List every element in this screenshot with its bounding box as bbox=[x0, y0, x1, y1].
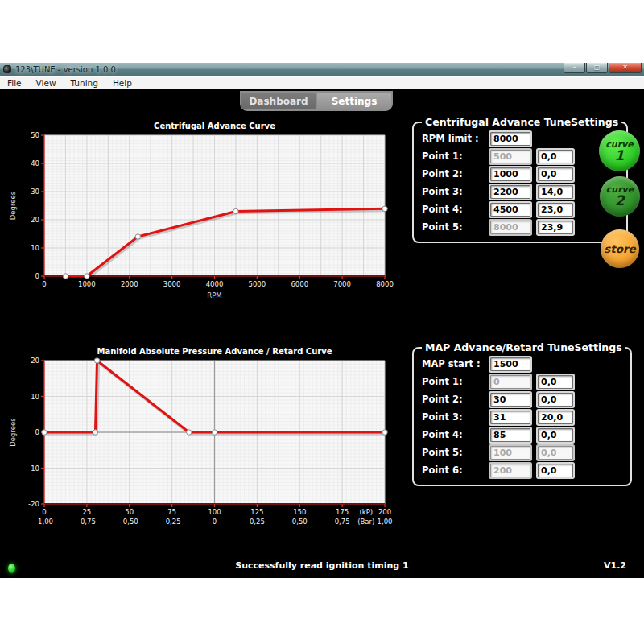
map-point-3-deg-input[interactable] bbox=[538, 411, 573, 424]
y-axis-label: Degrees bbox=[9, 191, 17, 220]
map-point-5-label: Point 5: bbox=[422, 447, 483, 458]
map-point-4-label: Point 4: bbox=[422, 429, 483, 440]
y-tick-label: 20 bbox=[31, 216, 39, 224]
map-point-6-deg-input[interactable] bbox=[538, 464, 573, 477]
curve-point-marker[interactable] bbox=[187, 430, 192, 435]
centrifugal-settings-panel: Centrifugal Advance TuneSettings RPM lim… bbox=[412, 116, 628, 243]
map-point-2-deg-input[interactable] bbox=[538, 393, 573, 407]
store-button[interactable]: store bbox=[601, 229, 639, 268]
x-tick-label-bar: 0,25 bbox=[250, 518, 265, 526]
version-label: V1.2 bbox=[604, 560, 626, 571]
close-button[interactable]: ✕ bbox=[609, 63, 642, 73]
x-tick-label-bar: 0,75 bbox=[335, 518, 350, 526]
y-tick-label: 30 bbox=[31, 188, 39, 196]
curve-point-marker[interactable] bbox=[382, 430, 387, 435]
cent-point-3-deg-input[interactable] bbox=[538, 185, 573, 199]
cent-point-1-label: Point 1: bbox=[422, 151, 483, 162]
curve-1-button[interactable]: curve 1 bbox=[599, 130, 640, 171]
curve-2-button[interactable]: curve 2 bbox=[600, 176, 640, 217]
cent-point-1-rpm-input bbox=[490, 150, 530, 163]
app-window: 123\TUNE - version 1.0.0 – ▢ ✕ File View… bbox=[0, 0, 644, 644]
menu-item-file[interactable]: File bbox=[0, 78, 29, 88]
map-start-input[interactable] bbox=[490, 357, 530, 371]
curve-point-marker[interactable] bbox=[382, 206, 387, 211]
map-point-1-deg-input[interactable] bbox=[538, 375, 573, 389]
store-label: store bbox=[604, 242, 636, 255]
x-unit-kpa: (kP) bbox=[359, 508, 373, 516]
cent-point-4-rpm-input[interactable] bbox=[490, 203, 530, 217]
y-tick-label: -10 bbox=[28, 464, 39, 473]
cent-point-5-label: Point 5: bbox=[422, 221, 483, 233]
window-title: 123\TUNE - version 1.0.0 bbox=[15, 65, 116, 74]
window-titlebar: 123\TUNE - version 1.0.0 – ▢ ✕ bbox=[0, 63, 644, 76]
x-tick-label: 7000 bbox=[333, 280, 351, 288]
x-unit-bar: (Bar) bbox=[357, 518, 374, 526]
x-tick-label: 200 bbox=[378, 508, 391, 516]
app-icon bbox=[3, 65, 11, 73]
tab-dashboard[interactable]: Dashboard bbox=[242, 93, 316, 109]
curve-point-marker[interactable] bbox=[63, 274, 68, 279]
rpm-limit-input[interactable] bbox=[490, 132, 530, 146]
map-advance-retard-chart[interactable]: -20-10010200-1,0025-0,7550-0,5075-0,2510… bbox=[6, 346, 402, 547]
curve-point-marker[interactable] bbox=[42, 430, 47, 435]
x-tick-label: 2000 bbox=[121, 280, 138, 288]
map-point-3-label: Point 3: bbox=[422, 411, 483, 423]
map-point-3-kpa-input[interactable] bbox=[490, 411, 530, 424]
x-tick-label: 3000 bbox=[163, 280, 181, 288]
maximize-button[interactable]: ▢ bbox=[586, 63, 608, 73]
map-settings-panel: MAP Advance/Retard TuneSettings MAP star… bbox=[412, 341, 632, 486]
centrifugal-advance-chart[interactable]: 0102030405001000200030004000500060007000… bbox=[6, 121, 402, 308]
x-tick-label: 8000 bbox=[376, 280, 394, 288]
curve-point-marker[interactable] bbox=[85, 274, 89, 279]
map-point-6-label: Point 6: bbox=[422, 464, 483, 476]
map-point-4-kpa-input[interactable] bbox=[490, 428, 530, 442]
status-message: Successfully read ignition timing 1 bbox=[0, 560, 644, 571]
x-tick-label-bar: -0,75 bbox=[78, 518, 96, 526]
minimize-button[interactable]: – bbox=[564, 63, 585, 73]
map-point-1-label: Point 1: bbox=[422, 376, 483, 387]
map-point-2-label: Point 2: bbox=[422, 394, 483, 405]
y-tick-label: 0 bbox=[35, 428, 39, 436]
centrifugal-panel-title: Centrifugal Advance TuneSettings bbox=[422, 116, 621, 128]
map-point-2-kpa-input[interactable] bbox=[490, 393, 530, 407]
curve-2-number: 2 bbox=[615, 194, 625, 208]
y-tick-label: 10 bbox=[31, 393, 39, 401]
cent-point-5-deg-input[interactable] bbox=[538, 221, 573, 234]
cent-point-2-deg-input[interactable] bbox=[538, 167, 573, 181]
map-panel-title: MAP Advance/Retard TuneSettings bbox=[422, 341, 625, 353]
x-tick-label: 75 bbox=[167, 508, 176, 516]
cent-point-1-deg-input[interactable] bbox=[538, 150, 573, 163]
x-tick-label: 4000 bbox=[206, 280, 224, 288]
x-tick-label: 150 bbox=[293, 508, 306, 516]
tab-settings[interactable]: Settings bbox=[317, 93, 391, 109]
menu-item-view[interactable]: View bbox=[29, 78, 64, 88]
menu-item-help[interactable]: Help bbox=[105, 78, 139, 88]
chart-title: Centrifugal Advance Curve bbox=[154, 122, 275, 130]
curve-point-marker[interactable] bbox=[233, 208, 238, 213]
x-tick-label: 50 bbox=[125, 508, 134, 516]
curve-point-marker[interactable] bbox=[93, 430, 97, 435]
cent-point-4-deg-input[interactable] bbox=[538, 203, 573, 217]
x-tick-label: 1000 bbox=[78, 280, 96, 288]
cent-point-2-label: Point 2: bbox=[422, 168, 483, 180]
cent-point-2-rpm-input[interactable] bbox=[490, 167, 530, 181]
curve-point-marker[interactable] bbox=[212, 430, 217, 435]
cent-point-4-label: Point 4: bbox=[422, 204, 483, 215]
x-tick-label-bar: -0,25 bbox=[163, 518, 181, 526]
curve-point-marker[interactable] bbox=[135, 234, 140, 239]
x-tick-label-bar: 0 bbox=[213, 518, 217, 526]
cent-point-3-rpm-input[interactable] bbox=[490, 185, 530, 199]
menu-item-tuning[interactable]: Tuning bbox=[64, 78, 105, 88]
y-axis-label: Degrees bbox=[9, 418, 17, 447]
rpm-limit-label: RPM limit : bbox=[422, 133, 483, 144]
curve-1-number: 1 bbox=[615, 149, 625, 163]
caption-buttons: – ▢ ✕ bbox=[564, 63, 642, 73]
map-point-5-deg-input bbox=[538, 446, 573, 460]
cent-point-3-label: Point 3: bbox=[422, 186, 483, 197]
map-point-5-kpa-input bbox=[490, 446, 530, 460]
menubar: File View Tuning Help bbox=[0, 77, 644, 89]
map-point-4-deg-input[interactable] bbox=[538, 428, 573, 442]
curve-point-marker[interactable] bbox=[94, 358, 99, 363]
y-tick-label: -20 bbox=[28, 500, 39, 508]
x-tick-label-bar: -1,00 bbox=[35, 518, 53, 526]
